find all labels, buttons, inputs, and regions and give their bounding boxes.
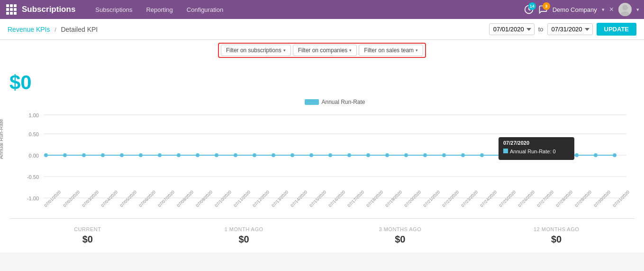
- filter-sales-team-btn[interactable]: Filter on sales team ▾: [359, 45, 423, 56]
- stat-current-label: Current: [9, 226, 166, 232]
- filter-bar: Filter on subscriptions ▾ Filter on comp…: [0, 40, 644, 62]
- app-title: Subscriptions: [22, 5, 75, 14]
- message-badge: 3: [543, 2, 550, 10]
- svg-point-30: [366, 153, 370, 157]
- filter-subscriptions-btn[interactable]: Filter on subscriptions ▾: [221, 45, 291, 56]
- svg-text:07/20/2020: 07/20/2020: [403, 189, 422, 208]
- stat-1month-label: 1 Month Ago: [166, 226, 322, 232]
- main-content: $0 Annual Run-Rate Annual Run-Rate 1.00 …: [0, 62, 644, 252]
- svg-rect-46: [503, 149, 508, 153]
- svg-text:07/05/2020: 07/05/2020: [119, 189, 137, 208]
- date-from-select[interactable]: 07/01/2020: [489, 23, 535, 35]
- svg-point-41: [575, 153, 579, 157]
- nav-configuration[interactable]: Configuration: [181, 3, 229, 16]
- svg-point-21: [196, 153, 200, 157]
- svg-text:07/31/2020: 07/31/2020: [612, 189, 630, 208]
- svg-point-34: [442, 153, 446, 157]
- svg-text:07/16/2020: 07/16/2020: [327, 189, 346, 208]
- svg-point-25: [272, 153, 275, 157]
- svg-point-31: [385, 153, 389, 157]
- svg-text:1.00: 1.00: [29, 112, 39, 118]
- close-button[interactable]: ×: [609, 5, 614, 14]
- stat-3months-value: $0: [322, 234, 479, 245]
- filter-sales-caret: ▾: [416, 48, 418, 53]
- svg-point-18: [139, 153, 143, 157]
- avatar-dropdown-icon[interactable]: ▾: [636, 7, 639, 13]
- svg-point-32: [404, 153, 408, 157]
- svg-point-16: [101, 153, 105, 157]
- nav-subscriptions[interactable]: Subscriptions: [90, 3, 138, 16]
- svg-text:07/11/2020: 07/11/2020: [233, 189, 251, 208]
- svg-text:07/21/2020: 07/21/2020: [422, 189, 441, 208]
- svg-text:07/27/2020: 07/27/2020: [503, 140, 529, 146]
- svg-point-19: [158, 153, 162, 157]
- svg-text:07/14/2020: 07/14/2020: [290, 189, 308, 208]
- filter-companies-caret: ▾: [349, 48, 352, 53]
- svg-point-23: [234, 153, 237, 157]
- svg-point-29: [347, 153, 351, 157]
- stat-current: Current $0: [9, 226, 166, 245]
- svg-text:07/08/2020: 07/08/2020: [176, 189, 194, 208]
- date-to-select[interactable]: 07/31/2020: [547, 23, 593, 35]
- stat-current-value: $0: [9, 234, 166, 245]
- stat-1month: 1 Month Ago $0: [166, 226, 322, 245]
- svg-text:07/03/2020: 07/03/2020: [81, 189, 100, 208]
- svg-text:07/01/2020: 07/01/2020: [43, 189, 62, 208]
- svg-point-20: [177, 153, 181, 157]
- company-name[interactable]: Demo Company: [553, 6, 597, 13]
- svg-text:07/22/2020: 07/22/2020: [441, 189, 460, 208]
- svg-text:07/04/2020: 07/04/2020: [100, 189, 118, 208]
- stat-12months-label: 12 Months Ago: [478, 226, 635, 232]
- breadcrumb-bar: Revenue KPIs / Detailed KPI 07/01/2020 t…: [0, 19, 644, 40]
- update-button[interactable]: UPDATE: [597, 23, 636, 36]
- svg-text:07/06/2020: 07/06/2020: [138, 189, 156, 208]
- svg-point-1: [622, 5, 628, 10]
- stat-3months: 3 Months Ago $0: [322, 226, 479, 245]
- filter-subscriptions-caret: ▾: [283, 48, 286, 53]
- svg-point-22: [215, 153, 218, 157]
- svg-text:07/13/2020: 07/13/2020: [271, 189, 289, 208]
- activity-icon-btn[interactable]: 14: [524, 5, 534, 14]
- svg-point-2: [620, 11, 630, 16]
- svg-point-43: [613, 153, 617, 157]
- filter-group: Filter on subscriptions ▾ Filter on comp…: [218, 43, 426, 58]
- stat-3months-label: 3 Months Ago: [322, 226, 479, 232]
- svg-text:07/09/2020: 07/09/2020: [195, 189, 213, 208]
- nav-reporting[interactable]: Reporting: [140, 3, 178, 16]
- stat-12months: 12 Months Ago $0: [478, 226, 635, 245]
- svg-text:07/28/2020: 07/28/2020: [555, 189, 573, 208]
- svg-text:07/23/2020: 07/23/2020: [460, 189, 479, 208]
- filter-companies-btn[interactable]: Filter on companies ▾: [293, 45, 357, 56]
- breadcrumb-parent[interactable]: Revenue KPIs: [8, 26, 50, 33]
- company-dropdown-icon[interactable]: ▾: [602, 7, 605, 13]
- svg-text:0.00: 0.00: [29, 153, 39, 159]
- svg-point-28: [328, 153, 332, 157]
- chart-wrapper: Annual Run-Rate Annual Run-Rate 1.00 0.5…: [9, 99, 635, 214]
- kpi-value: $0: [9, 71, 635, 94]
- svg-text:07/15/2020: 07/15/2020: [308, 189, 327, 208]
- breadcrumb-separator: /: [54, 26, 56, 33]
- navbar: Subscriptions Subscriptions Reporting Co…: [0, 0, 644, 19]
- svg-text:07/12/2020: 07/12/2020: [252, 189, 270, 208]
- legend-color-box: [305, 99, 319, 105]
- y-axis-label: Annual Run-Rate: [0, 119, 4, 159]
- svg-point-15: [82, 153, 86, 157]
- grid-menu-icon[interactable]: [5, 3, 18, 16]
- breadcrumb: Revenue KPIs / Detailed KPI: [8, 26, 98, 33]
- svg-point-13: [44, 153, 48, 157]
- svg-point-42: [594, 153, 598, 157]
- chart-legend: Annual Run-Rate: [36, 99, 635, 105]
- message-icon-btn[interactable]: 3: [538, 5, 548, 14]
- svg-text:07/18/2020: 07/18/2020: [365, 189, 384, 208]
- svg-text:07/27/2020: 07/27/2020: [536, 189, 554, 208]
- svg-text:07/30/2020: 07/30/2020: [593, 189, 611, 208]
- svg-point-14: [63, 153, 67, 157]
- svg-text:07/17/2020: 07/17/2020: [346, 189, 365, 208]
- svg-text:07/29/2020: 07/29/2020: [574, 189, 592, 208]
- stat-12months-value: $0: [478, 234, 635, 245]
- user-avatar[interactable]: [618, 3, 632, 16]
- svg-point-36: [480, 153, 484, 157]
- svg-point-33: [423, 153, 427, 157]
- date-to-label: to: [538, 26, 544, 33]
- svg-text:07/25/2020: 07/25/2020: [498, 189, 517, 208]
